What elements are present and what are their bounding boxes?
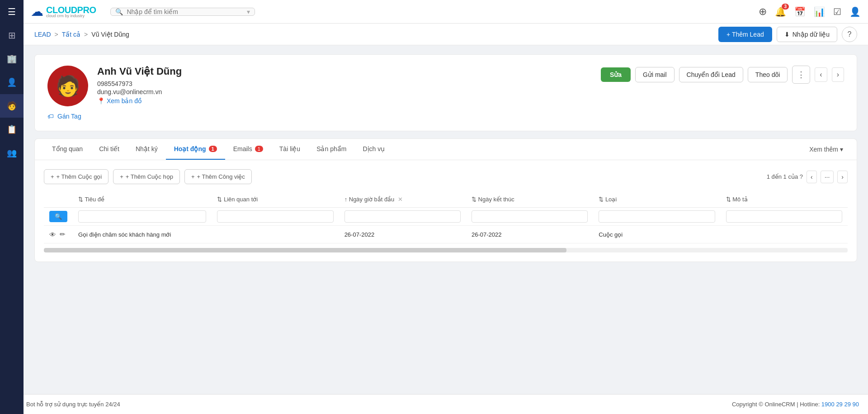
tab-tong-quan-label: Tổng quan [52, 145, 83, 152]
more-options-button[interactable]: ··· [821, 171, 834, 183]
more-actions-button[interactable]: ⋮ [792, 66, 810, 84]
them-cuoc-goi-button[interactable]: + + Thêm Cuộc gọi [44, 169, 108, 184]
sidebar-item-documents[interactable]: 📋 [0, 118, 24, 141]
tab-dich-vu-label: Dịch vụ [363, 145, 385, 152]
chuyen-doi-button[interactable]: Chuyển đổi Lead [679, 67, 743, 82]
sort-clear-icon[interactable]: ✕ [398, 196, 403, 203]
guimail-button[interactable]: Gửi mail [635, 67, 675, 82]
dropdown-icon: ▾ [247, 8, 250, 15]
row-ngay-ket-thuc: 26-07-2022 [466, 226, 593, 243]
scrollbar-thumb [44, 248, 566, 252]
row-actions: 👁 ✏ [49, 230, 67, 238]
tab-dich-vu[interactable]: Dịch vụ [354, 139, 393, 160]
avatar-icon: 🧑 [56, 74, 80, 98]
search-button[interactable]: 🔍 [49, 211, 67, 222]
loai-value: Cuộc gọi [599, 231, 623, 238]
profile-header: 🧑 Anh Vũ Việt Dũng 0985547973 dung.vu@on… [47, 66, 844, 106]
calendar-button[interactable]: 📅 [794, 6, 806, 17]
profile-card: 🧑 Anh Vũ Việt Dũng 0985547973 dung.vu@on… [34, 54, 857, 131]
footer-hotline[interactable]: 1900 29 29 90 [821, 401, 859, 408]
add-button[interactable]: ⊕ [759, 6, 767, 18]
tab-chi-tiet-label: Chi tiết [99, 145, 119, 152]
breadcrumb-root[interactable]: LEAD [34, 31, 51, 38]
next-button[interactable]: › [832, 67, 844, 82]
row-ngay-bat-dau: 26-07-2022 [339, 226, 466, 243]
help-button[interactable]: ? [842, 27, 857, 42]
user-profile-button[interactable]: 👤 [849, 6, 861, 17]
col-mo-ta-header[interactable]: ⇅ Mô tả [721, 191, 848, 208]
tab-tai-lieu[interactable]: Tài liệu [271, 139, 308, 160]
row-tieu-de: Gọi điện chăm sóc khách hàng mới [73, 226, 212, 243]
sua-button[interactable]: Sửa [601, 67, 631, 82]
sidebar-menu-button[interactable]: ☰ [0, 0, 24, 24]
theo-doi-button[interactable]: Theo dõi [748, 67, 788, 82]
notification-badge: 3 [782, 4, 789, 10]
col-ngay-ket-thuc-header[interactable]: ⇅ Ngày kết thúc [466, 191, 593, 208]
search-bar[interactable]: 🔍 ▾ [110, 8, 255, 16]
tab-san-pham-label: Sản phẩm [316, 145, 346, 152]
tab-tong-quan[interactable]: Tổng quan [44, 139, 91, 160]
search-ngay-bat-dau-cell[interactable] [339, 208, 466, 226]
prev-button[interactable]: ‹ [815, 67, 827, 82]
notification-button[interactable]: 🔔 3 [775, 6, 786, 17]
sidebar-item-dashboard[interactable]: ⊞ [0, 24, 24, 47]
analytics-button[interactable]: 📊 [814, 6, 825, 17]
col-lien-quan-header[interactable]: ⇅ Liên quan tới [212, 191, 339, 208]
breadcrumb-sep2: > [84, 31, 88, 38]
breadcrumb-bar: LEAD > Tất cả > Vũ Việt Dũng + Thêm Lead… [24, 24, 868, 45]
sidebar-item-contacts[interactable]: 👤 [0, 71, 24, 94]
them-cong-viec-button[interactable]: + + Thêm Công việc [184, 169, 252, 184]
search-ngay-ket-thuc-cell[interactable] [466, 208, 593, 226]
location-icon: 📍 [97, 97, 105, 105]
tab-nhat-ky[interactable]: Nhật ký [127, 139, 166, 160]
col-loai-header[interactable]: ⇅ Loại [593, 191, 720, 208]
them-cuoc-hop-button[interactable]: + + Thêm Cuộc họp [113, 169, 180, 184]
col-ngay-bat-dau-header[interactable]: ↑ Ngày giờ bắt đầu ✕ [339, 191, 466, 208]
view-button[interactable]: 👁 [49, 230, 56, 238]
leads-icon: 🧑 [7, 101, 17, 111]
search-tieu-de-cell[interactable] [73, 208, 212, 226]
tab-nhat-ky-label: Nhật ký [136, 145, 158, 152]
row-loai: Cuộc gọi [593, 226, 720, 243]
footer: 💬 Bot hỗ trợ sử dụng trực tuyến 24/24 Co… [0, 394, 868, 414]
filter-ngay-bat-dau-input[interactable] [344, 210, 461, 223]
ngay-bat-dau-value: 26-07-2022 [344, 231, 375, 238]
them-cong-viec-label: + Thêm Công việc [197, 173, 245, 180]
search-input[interactable] [127, 8, 217, 15]
filter-mo-ta-input[interactable] [726, 210, 842, 223]
them-cuoc-hop-label: + Thêm Cuộc họp [126, 173, 173, 180]
main-content: 🧑 Anh Vũ Việt Dũng 0985547973 dung.vu@on… [24, 45, 868, 414]
tab-san-pham[interactable]: Sản phẩm [308, 139, 354, 160]
nhap-du-lieu-button[interactable]: ⬇ Nhập dữ liệu [777, 27, 837, 42]
search-mo-ta-cell[interactable] [721, 208, 848, 226]
org-icon: 🏢 [7, 54, 17, 64]
them-lead-button[interactable]: + Thêm Lead [718, 27, 772, 42]
search-lien-quan-cell[interactable] [212, 208, 339, 226]
col-tieu-de-header[interactable]: ⇅ Tiêu đề [73, 191, 212, 208]
tab-hoat-dong-badge: 1 [209, 146, 217, 152]
tab-chi-tiet[interactable]: Chi tiết [91, 139, 127, 160]
tag-icon: 🏷 [47, 113, 54, 120]
tab-hoat-dong[interactable]: Hoạt động 1 [166, 139, 225, 160]
tasks-button[interactable]: ☑ [833, 6, 841, 17]
tab-emails[interactable]: Emails 1 [225, 139, 271, 160]
filter-tieu-de-input[interactable] [78, 210, 206, 223]
pagination-prev-button[interactable]: ‹ [807, 171, 817, 183]
sidebar-item-leads[interactable]: 🧑 [0, 94, 24, 118]
tab-xem-them[interactable]: Xem thêm ▾ [805, 139, 848, 159]
breadcrumb-level1[interactable]: Tất cả [62, 31, 80, 38]
pagination-next-button[interactable]: › [837, 171, 848, 183]
profile-location[interactable]: 📍 Xem bản đồ [97, 97, 592, 105]
sidebar-item-org[interactable]: 🏢 [0, 47, 24, 71]
row-mo-ta [721, 226, 848, 243]
edit-button[interactable]: ✏ [60, 230, 66, 238]
search-loai-cell[interactable] [593, 208, 720, 226]
hamburger-icon: ☰ [8, 6, 16, 17]
sidebar-item-users[interactable]: 👥 [0, 141, 24, 165]
horizontal-scrollbar[interactable] [44, 248, 848, 252]
filter-ngay-ket-thuc-input[interactable] [472, 210, 588, 223]
filter-loai-input[interactable] [599, 210, 715, 223]
filter-lien-quan-input[interactable] [217, 210, 333, 223]
breadcrumb-current: Vũ Việt Dũng [91, 31, 129, 38]
gan-tag-button[interactable]: Gán Tag [57, 113, 81, 120]
